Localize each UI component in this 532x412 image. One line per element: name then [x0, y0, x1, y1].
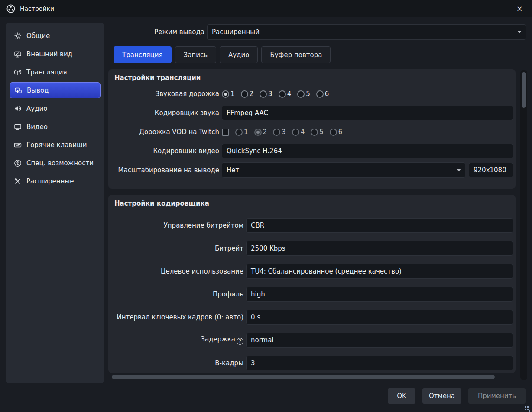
latency-help-icon[interactable]: ? [237, 338, 243, 345]
profile-select[interactable]: high [246, 287, 513, 302]
tab-recording[interactable]: Запись [175, 46, 216, 63]
audio-track-radio-6[interactable]: 6 [316, 90, 329, 98]
vod-track-radio-3[interactable]: 3 [273, 128, 286, 136]
rate-control-row: Управление битрейтом CBR [108, 218, 516, 233]
vertical-scrollbar-track[interactable] [520, 70, 527, 380]
sidebar-item-stream[interactable]: Трансляция [10, 64, 101, 80]
audio-track-radio-2[interactable]: 2 [241, 90, 254, 98]
sidebar-item-label: Спец. возможности [26, 159, 94, 167]
target-usage-select[interactable]: TU4: Сбалансированное (среднее качество) [246, 264, 513, 279]
rescale-resolution-select[interactable]: 920x1080 [469, 163, 513, 177]
output-mode-select[interactable]: Расширенный [207, 24, 526, 40]
rescale-output-label: Масштабирование на выводе [108, 166, 222, 174]
output-icon [14, 87, 22, 94]
title-bar: Настройки × [0, 0, 532, 17]
tab-streaming[interactable]: Трансляция [114, 46, 172, 63]
vertical-scrollbar-thumb[interactable] [522, 72, 526, 108]
sidebar-item-audio[interactable]: Аудио [10, 100, 101, 116]
appearance-icon [14, 50, 22, 58]
sidebar-item-label: Расширенные [26, 177, 74, 185]
audio-track-label: Звуковая дорожка [108, 90, 222, 98]
target-usage-row: Целевое использование TU4: Сбалансирован… [108, 264, 516, 279]
profile-row: Профиль high [108, 286, 516, 302]
vod-track-radio-2[interactable]: 2 [254, 128, 267, 136]
keyframe-interval-label: Интервал ключевых кадров (0: авто) [108, 313, 246, 321]
sidebar-item-hotkeys[interactable]: Горячие клавиши [10, 137, 101, 153]
video-encoder-row: Кодировщик видео QuickSync H.264 [108, 143, 516, 159]
apply-button[interactable]: Применить [468, 388, 526, 404]
resize-grip[interactable] [525, 406, 530, 411]
stream-settings-panel: Настройки трансляции Звуковая дорожка 1 … [108, 69, 516, 189]
broadcast-icon [14, 68, 22, 76]
window-title: Настройки [20, 5, 54, 12]
target-usage-label: Целевое использование [108, 267, 246, 275]
sidebar-item-label: Видео [26, 123, 48, 131]
sidebar-item-label: Трансляция [26, 68, 67, 76]
bframes-label: В-кадры [108, 359, 246, 367]
audio-track-radio-5[interactable]: 5 [297, 90, 310, 98]
vod-track-radio-1[interactable]: 1 [235, 128, 248, 136]
rescale-output-row: Масштабирование на выводе Нет 920x1080 [108, 162, 516, 178]
horizontal-scrollbar-thumb[interactable] [112, 375, 495, 379]
chevron-down-icon[interactable] [452, 163, 465, 177]
sidebar-item-general[interactable]: Общие [10, 28, 101, 44]
output-mode-row: Режим вывода Расширенный [108, 24, 526, 40]
sidebar-item-accessibility[interactable]: Спец. возможности [10, 155, 101, 171]
audio-encoder-select[interactable]: FFmpeg AAC [222, 106, 513, 120]
tools-icon [14, 177, 22, 185]
gear-icon [14, 32, 22, 40]
sidebar-item-video[interactable]: Видео [10, 119, 101, 135]
ok-button[interactable]: OK [388, 388, 415, 404]
audio-track-radio-group: 1 2 3 4 5 6 [222, 90, 329, 98]
chevron-down-icon[interactable] [513, 25, 526, 39]
rescale-output-select[interactable]: Нет [222, 162, 465, 178]
latency-select[interactable]: normal [246, 333, 513, 348]
latency-row: Задержка? normal [108, 332, 516, 348]
tab-replay-buffer[interactable]: Буфер повтора [261, 46, 331, 63]
audio-track-radio-3[interactable]: 3 [260, 90, 272, 98]
bitrate-label: Битрейт [108, 245, 246, 252]
audio-track-radio-1[interactable]: 1 [222, 90, 235, 98]
bitrate-input[interactable]: 2500 Kbps [246, 241, 513, 256]
keyboard-icon [14, 141, 22, 149]
latency-label: Задержка? [108, 335, 246, 345]
audio-track-row: Звуковая дорожка 1 2 3 4 5 6 [108, 86, 516, 102]
accessibility-icon [14, 159, 22, 167]
sidebar-item-label: Внешний вид [26, 50, 72, 58]
stream-settings-title: Настройки трансляции [108, 69, 516, 83]
audio-track-radio-4[interactable]: 4 [279, 90, 292, 98]
bframes-input[interactable]: 3 [246, 356, 513, 370]
sidebar-item-output[interactable]: Вывод [10, 82, 101, 98]
vod-track-radio-6[interactable]: 6 [330, 128, 343, 136]
sidebar-item-label: Вывод [27, 87, 49, 94]
keyframe-interval-row: Интервал ключевых кадров (0: авто) 0 s [108, 309, 516, 325]
audio-encoder-label: Кодировщик звука [108, 109, 222, 117]
video-encoder-select[interactable]: QuickSync H.264 [222, 144, 513, 158]
bitrate-row: Битрейт 2500 Kbps [108, 241, 516, 256]
obs-logo-icon [6, 4, 16, 13]
close-icon[interactable]: × [513, 2, 526, 15]
vod-track-radio-group: 1 2 3 4 5 6 [235, 128, 342, 136]
cancel-button[interactable]: Отмена [422, 388, 461, 404]
audio-encoder-row: Кодировщик звука FFmpeg AAC [108, 105, 516, 121]
monitor-icon [14, 123, 22, 131]
profile-label: Профиль [108, 290, 246, 298]
vod-track-radio-4[interactable]: 4 [292, 128, 305, 136]
twitch-vod-checkbox[interactable] [222, 129, 229, 136]
rate-control-select[interactable]: CBR [246, 218, 513, 233]
settings-window: Настройки × Общие [0, 0, 532, 412]
output-mode-value: Расширенный [212, 28, 260, 36]
vod-track-radio-5[interactable]: 5 [311, 128, 324, 136]
encoder-settings-title: Настройки кодировщика [108, 195, 516, 208]
sidebar-item-advanced[interactable]: Расширенные [10, 173, 101, 189]
sidebar-item-label: Аудио [26, 105, 47, 113]
sidebar-item-label: Горячие клавиши [26, 141, 87, 149]
tab-audio[interactable]: Аудио [220, 46, 258, 63]
sidebar-item-label: Общие [26, 32, 50, 40]
output-tabs: Трансляция Запись Аудио Буфер повтора [114, 46, 331, 63]
encoder-settings-panel: Настройки кодировщика Управление битрейт… [108, 195, 516, 373]
twitch-vod-label: Дорожка VOD на Twitch [108, 128, 222, 136]
sidebar-item-appearance[interactable]: Внешний вид [10, 46, 101, 62]
output-mode-label: Режим вывода [108, 28, 207, 36]
keyframe-interval-input[interactable]: 0 s [246, 310, 513, 325]
